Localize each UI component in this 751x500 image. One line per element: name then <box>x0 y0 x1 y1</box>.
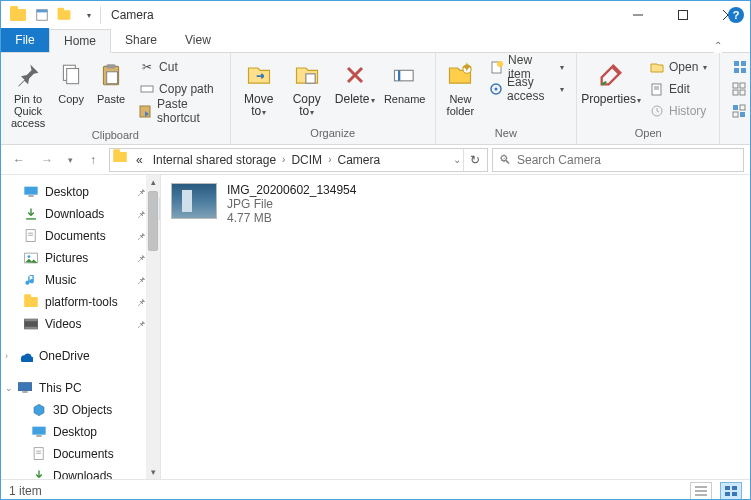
nav-item-videos[interactable]: Videos📌︎ <box>1 313 160 335</box>
nav-item-documents[interactable]: Documents <box>1 443 160 465</box>
select-all-icon <box>732 59 748 75</box>
nav-item-downloads[interactable]: Downloads📌︎ <box>1 203 160 225</box>
file-item[interactable]: IMG_20200602_134954 JPG File 4.77 MB <box>171 183 356 225</box>
address-dropdown[interactable]: ⌄ <box>453 154 461 165</box>
nav-item-pictures[interactable]: Pictures📌︎ <box>1 247 160 269</box>
nav-this-pc[interactable]: ⌄This PC <box>1 377 160 399</box>
pin-icon: 📌︎ <box>136 253 146 264</box>
paste-button[interactable]: Paste <box>95 57 127 105</box>
nav-recent-dropdown[interactable]: ▾ <box>63 148 77 172</box>
edit-button[interactable]: Edit <box>645 79 711 99</box>
scroll-thumb[interactable] <box>148 191 158 251</box>
svg-rect-41 <box>28 195 33 196</box>
copy-to-icon <box>291 59 323 91</box>
content-pane[interactable]: IMG_20200602_134954 JPG File 4.77 MB <box>161 175 750 479</box>
search-icon: 🔍︎ <box>499 153 511 167</box>
folder-icon <box>112 151 130 169</box>
breadcrumb-item[interactable]: Internal shared storage <box>149 153 280 167</box>
tab-view[interactable]: View <box>171 28 225 52</box>
breadcrumb-item[interactable]: DCIM <box>287 153 326 167</box>
folder-icon <box>7 4 29 26</box>
properties-button[interactable]: Properties▾ <box>585 57 637 107</box>
svg-rect-50 <box>25 327 38 329</box>
help-icon[interactable]: ? <box>728 7 744 23</box>
search-box[interactable]: 🔍︎ <box>492 148 744 172</box>
move-to-label: Move to <box>244 92 273 118</box>
nav-scrollbar[interactable]: ▴ ▾ <box>146 175 160 479</box>
new-folder-icon: ✦ <box>444 59 476 91</box>
nav-item-desktop[interactable]: Desktop📌︎ <box>1 181 160 203</box>
invert-selection-button[interactable]: Invert selection <box>728 101 751 121</box>
paste-icon <box>95 59 127 91</box>
copy-button[interactable]: Copy <box>55 57 87 105</box>
select-all-button[interactable]: Select all <box>728 57 751 77</box>
move-to-button[interactable]: Move to▾ <box>239 57 279 119</box>
minimize-button[interactable] <box>615 1 660 29</box>
nav-item-documents[interactable]: Documents📌︎ <box>1 225 160 247</box>
qat-new-folder-icon[interactable] <box>55 4 73 26</box>
scroll-down-icon[interactable]: ▾ <box>146 465 160 479</box>
copy-to-button[interactable]: Copy to▾ <box>287 57 327 119</box>
nav-item-3d-objects[interactable]: 3D Objects <box>1 399 160 421</box>
rename-button[interactable]: Rename <box>383 57 427 105</box>
open-button[interactable]: Open ▾ <box>645 57 711 77</box>
move-to-icon <box>243 59 275 91</box>
maximize-button[interactable] <box>660 1 705 29</box>
breadcrumb-prefix[interactable]: « <box>132 153 147 167</box>
nav-label: OneDrive <box>39 349 90 363</box>
copy-path-button[interactable]: Copy path <box>135 79 222 99</box>
chevron-right-icon[interactable]: › <box>282 154 285 165</box>
address-box[interactable]: « Internal shared storage› DCIM› Camera … <box>109 148 488 172</box>
paste-shortcut-button[interactable]: Paste shortcut <box>135 101 222 121</box>
pin-icon: 📌︎ <box>136 187 146 198</box>
pin-icon: 📌︎ <box>136 275 146 286</box>
easy-access-button[interactable]: Easy access ▾ <box>485 79 568 99</box>
cut-button[interactable]: ✂Cut <box>135 57 222 77</box>
svg-rect-17 <box>398 70 400 81</box>
pin-to-quick-access-button[interactable]: Pin to Quick access <box>9 57 47 129</box>
delete-button[interactable]: Delete▾ <box>335 57 375 107</box>
svg-rect-53 <box>32 427 45 435</box>
new-item-button[interactable]: New item ▾ <box>485 57 568 77</box>
svg-rect-35 <box>740 90 745 95</box>
nav-item-music[interactable]: Music📌︎ <box>1 269 160 291</box>
navigation-pane: Desktop📌︎Downloads📌︎Documents📌︎Pictures📌… <box>1 175 161 479</box>
nav-forward-button[interactable]: → <box>35 148 59 172</box>
tab-share[interactable]: Share <box>111 28 171 52</box>
svg-rect-7 <box>67 69 79 84</box>
qat-customize-dropdown[interactable]: ▾ <box>78 4 100 26</box>
scroll-up-icon[interactable]: ▴ <box>146 175 160 189</box>
svg-rect-51 <box>18 383 31 391</box>
chevron-right-icon[interactable]: › <box>328 154 331 165</box>
svg-rect-10 <box>107 72 118 84</box>
svg-rect-31 <box>741 68 746 73</box>
nav-item-downloads[interactable]: Downloads <box>1 465 160 479</box>
nav-item-desktop[interactable]: Desktop <box>1 421 160 443</box>
tab-file[interactable]: File <box>1 28 49 52</box>
copy-to-label: Copy to <box>293 92 321 118</box>
ribbon-group-open: Properties▾ Open ▾ Edit History Open <box>577 53 720 144</box>
svg-rect-67 <box>732 492 737 496</box>
view-details-button[interactable] <box>690 482 712 500</box>
nav-label: Music <box>45 273 76 287</box>
invert-selection-icon <box>732 103 746 119</box>
nav-item-platform-tools[interactable]: platform-tools📌︎ <box>1 291 160 313</box>
search-input[interactable] <box>517 153 737 167</box>
history-button[interactable]: History <box>645 101 711 121</box>
nav-onedrive[interactable]: ›OneDrive <box>1 345 160 367</box>
new-folder-button[interactable]: ✦ New folder <box>444 57 477 117</box>
new-item-icon <box>489 59 504 75</box>
nav-back-button[interactable]: ← <box>7 148 31 172</box>
nav-up-button[interactable]: ↑ <box>81 148 105 172</box>
svg-rect-11 <box>141 86 153 92</box>
svg-rect-40 <box>24 187 37 195</box>
tab-home[interactable]: Home <box>49 29 111 53</box>
breadcrumb-item[interactable]: Camera <box>333 153 384 167</box>
view-tiles-button[interactable] <box>720 482 742 500</box>
qat-properties-icon[interactable] <box>33 4 51 26</box>
refresh-button[interactable]: ↻ <box>463 149 485 171</box>
select-none-button[interactable]: Select none <box>728 79 751 99</box>
svg-rect-49 <box>25 319 38 321</box>
svg-rect-38 <box>733 112 738 117</box>
pin-icon: 📌︎ <box>136 231 146 242</box>
